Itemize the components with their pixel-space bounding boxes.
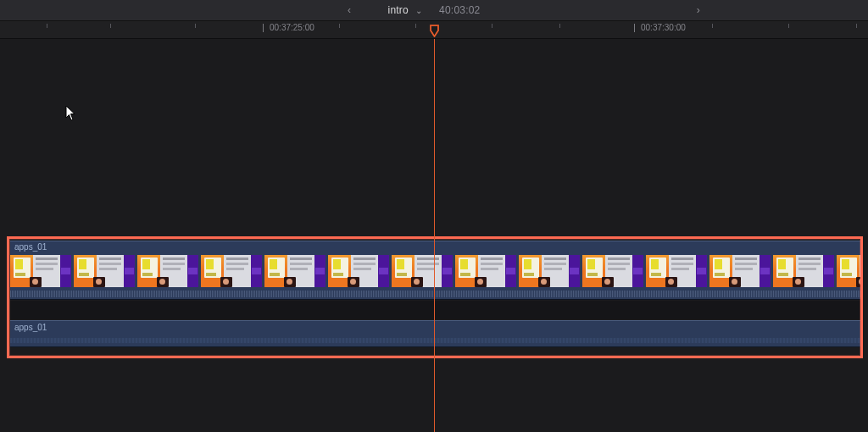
cursor-icon bbox=[65, 105, 77, 122]
ruler-timecode: 00:37:30:00 bbox=[641, 23, 686, 32]
clip-thumbnail bbox=[773, 255, 834, 287]
ruler-tick bbox=[559, 24, 560, 28]
clip-thumbnail bbox=[646, 255, 707, 287]
timeline-duration: 40:03:02 bbox=[427, 4, 480, 16]
ruler-tick bbox=[47, 24, 47, 28]
ruler-timecode: 00:37:25:00 bbox=[270, 23, 314, 32]
clip-thumbnail bbox=[10, 255, 71, 287]
audio-waveform bbox=[10, 338, 861, 343]
ruler-tick bbox=[339, 24, 340, 28]
ruler-tick bbox=[415, 24, 416, 28]
clip-thumbnail bbox=[392, 255, 453, 287]
audio-clip[interactable]: apps_01 bbox=[10, 320, 861, 347]
clip-thumbnail bbox=[74, 255, 135, 287]
ruler-tick bbox=[634, 24, 635, 32]
prev-timeline-button[interactable]: ‹ bbox=[331, 4, 368, 16]
clip-thumbnail bbox=[709, 255, 771, 287]
clip-thumbnail bbox=[328, 255, 389, 287]
clip-waveform bbox=[10, 291, 861, 297]
clip-thumbnail-strip bbox=[10, 255, 861, 287]
clip-thumbnail bbox=[201, 255, 262, 287]
chevron-down-icon: ⌄ bbox=[414, 6, 422, 15]
clip-label: apps_01 bbox=[14, 242, 47, 252]
app-root: ‹ intro ⌄ 40:03:02 › 00:37:25:0000:37:30… bbox=[0, 0, 868, 432]
ruler-tick bbox=[492, 24, 492, 28]
clip-thumbnail bbox=[519, 255, 580, 287]
video-clip[interactable]: apps_01 bbox=[10, 241, 861, 300]
timeline-header: ‹ intro ⌄ 40:03:02 › bbox=[0, 0, 868, 20]
timeline-title: intro bbox=[388, 4, 409, 16]
clip-thumbnail bbox=[264, 255, 326, 287]
ruler-tick bbox=[263, 24, 264, 32]
track-gap bbox=[10, 301, 861, 319]
ruler-tick bbox=[712, 24, 713, 28]
clip-thumbnail bbox=[837, 255, 861, 287]
playhead-marker-icon[interactable] bbox=[430, 25, 439, 37]
clip-label: apps_01 bbox=[14, 323, 47, 332]
timeline-title-group[interactable]: intro ⌄ 40:03:02 bbox=[388, 4, 481, 16]
clip-thumbnail bbox=[137, 255, 198, 287]
clip-thumbnail bbox=[582, 255, 643, 287]
ruler-tick bbox=[195, 24, 196, 28]
ruler-tick bbox=[110, 24, 111, 28]
playhead[interactable] bbox=[434, 39, 435, 432]
clip-thumbnail bbox=[455, 255, 516, 287]
ruler-tick bbox=[788, 24, 789, 28]
next-timeline-button[interactable]: › bbox=[680, 4, 717, 16]
ruler-tick bbox=[856, 24, 857, 28]
